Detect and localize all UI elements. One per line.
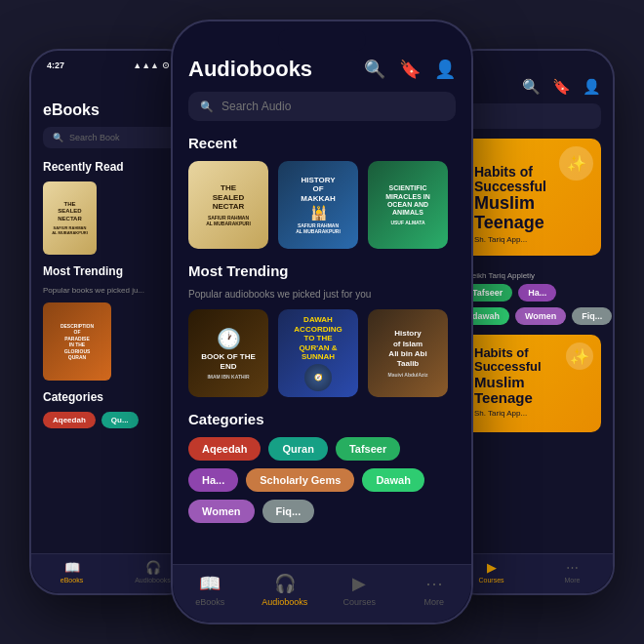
- right-star-icon: ✨: [559, 146, 593, 181]
- cat-btn-quran[interactable]: Quran: [268, 437, 327, 461]
- right-search-bar[interactable]: [463, 103, 601, 129]
- left-sealed-title: THESEALEDNECTAR: [58, 201, 82, 222]
- left-cat-quran[interactable]: Qu...: [101, 412, 139, 428]
- center-sealed-nectar[interactable]: THESEALEDNECTAR SAFIUR RAHMANAL MUBARAKP…: [188, 161, 268, 249]
- center-ali-bin-book[interactable]: Historyof IslamAli bin AbiTaalib Mauivi …: [368, 309, 448, 397]
- right-nav-more[interactable]: ⋯ More: [532, 560, 613, 584]
- left-ebooks-icon: 📖: [64, 560, 80, 575]
- cat-btn-scholarly[interactable]: Scholarly Gems: [246, 468, 354, 492]
- right-featured-sub: Sh. Tariq App...: [474, 235, 589, 244]
- cat-btn-women[interactable]: Women: [188, 500, 255, 523]
- right-featured2-sub: Sh. Tariq App...: [474, 409, 589, 418]
- center-search-bar[interactable]: 🔍: [188, 92, 456, 121]
- left-app-title: eBooks: [31, 74, 193, 127]
- science-author: USUF ALMATA: [390, 220, 424, 225]
- dawah-title: DAWAHACCORDINGTO THEQUR'AN &SUNNAH: [294, 315, 342, 362]
- center-categories-label: Categories: [173, 411, 471, 437]
- center-nav-audiobooks[interactable]: 🎧 Audiobooks: [248, 573, 323, 607]
- center-bookmark-icon[interactable]: 🔖: [399, 59, 421, 80]
- right-courses-nav-label: Courses: [478, 577, 503, 584]
- left-recent-row: THESEALEDNECTAR SAFIUR RAHMANAL MUBARAKP…: [31, 181, 193, 264]
- left-recently-read-label: Recently Read: [31, 160, 193, 181]
- center-title: Audiobooks: [188, 57, 312, 82]
- center-audiobooks-nav-icon: 🎧: [274, 573, 296, 594]
- left-search-bar[interactable]: 🔍 Search Book: [43, 127, 181, 148]
- center-dawah-book[interactable]: DAWAHACCORDINGTO THEQUR'AN &SUNNAH 🧭: [278, 309, 358, 397]
- right-star2-icon: ✨: [566, 342, 593, 370]
- center-more-nav-icon: ⋯: [425, 573, 443, 594]
- center-courses-nav-icon: ▶: [352, 573, 366, 594]
- left-search-placeholder: Search Book: [69, 133, 120, 142]
- sealed-author: SAFIUR RAHMANAL MUBARAKPURI: [206, 215, 251, 226]
- signal-icon: ▲▲▲: [133, 60, 159, 70]
- left-screen: 4:27 ▲▲▲ ⊙ ▮ eBooks 🔍 Search Book Recent…: [31, 51, 193, 593]
- left-nav-ebooks[interactable]: 📖 eBooks: [31, 560, 112, 584]
- cat-btn-dawah[interactable]: Dawah: [362, 468, 423, 492]
- history-author: SAFIUR RAHMANAL MUBARAKPURI: [296, 222, 341, 234]
- center-history-makkah[interactable]: HISTORYOFMAKKAH 🕌 SAFIUR RAHMANAL MUBARA…: [278, 161, 358, 249]
- sealed-title: THESEALEDNECTAR: [213, 183, 245, 212]
- left-sealed-nectar-book[interactable]: THESEALEDNECTAR SAFIUR RAHMANAL MUBARAKP…: [43, 181, 97, 255]
- center-categories-grid: Aqeedah Quran Tafseer Ha... Scholarly Ge…: [173, 437, 471, 523]
- center-nav-courses[interactable]: ▶ Courses: [322, 573, 397, 607]
- left-most-trending-label: Most Trending: [31, 264, 193, 286]
- center-search-input[interactable]: [221, 100, 444, 113]
- center-screen: Audiobooks 🔍 🔖 👤 🔍 Recent THESEALEDNECTA…: [173, 21, 471, 623]
- right-search-icon[interactable]: 🔍: [522, 78, 541, 96]
- center-scientific-miracles[interactable]: SCIENTIFICMIRACLES INOCEAN ANDANIMALS US…: [368, 161, 448, 249]
- center-book-of-end[interactable]: 🕐 BOOK OF THE END IMAM IBN KATHIR: [188, 309, 268, 397]
- right-sheikh-label: Sheikh Tariq Appletiy: [451, 265, 613, 284]
- left-audiobooks-label: Audiobooks: [135, 577, 171, 584]
- center-bottom-nav: 📖 eBooks 🎧 Audiobooks ▶ Courses ⋯ More: [173, 564, 471, 623]
- center-nav-more[interactable]: ⋯ More: [397, 573, 472, 607]
- cat-btn-tafseer[interactable]: Tafseer: [336, 437, 400, 461]
- right-bookmark-icon[interactable]: 🔖: [552, 78, 571, 96]
- right-cat-ha[interactable]: Ha...: [518, 284, 556, 302]
- end-title: BOOK OF THE END: [194, 352, 262, 371]
- center-ebooks-nav-label: eBooks: [195, 597, 224, 607]
- left-categories: Aqeedah Qu...: [31, 412, 193, 428]
- right-cats-row2: dawah Women Fiq...: [463, 307, 601, 325]
- center-ebooks-nav-icon: 📖: [199, 573, 221, 594]
- left-paradise-book[interactable]: DESCRIPTIONOFPARADISEIN THEGLORIOUSQURAN: [43, 302, 111, 381]
- left-content: 4:27 ▲▲▲ ⊙ ▮ eBooks 🔍 Search Book Recent…: [31, 51, 193, 593]
- right-featured-book[interactable]: ✨ Habits of SuccessfulMuslimTeenage Sh. …: [463, 139, 601, 256]
- compass-icon: 🧭: [304, 364, 332, 391]
- center-content: Audiobooks 🔍 🔖 👤 🔍 Recent THESEALEDNECTA…: [173, 21, 471, 623]
- center-profile-icon[interactable]: 👤: [434, 59, 456, 80]
- left-bottom-nav: 📖 eBooks 🎧 Audiobooks: [31, 553, 193, 593]
- cat-btn-fiq[interactable]: Fiq...: [262, 500, 315, 523]
- mosque-icon: 🕌: [310, 205, 327, 221]
- center-audiobooks-nav-label: Audiobooks: [262, 597, 307, 607]
- right-top-icons: 🔍 🔖 👤: [451, 51, 613, 103]
- right-phone: 🔍 🔖 👤 ✨ Habits of SuccessfulMuslimTeenag…: [449, 49, 615, 595]
- cat-btn-aqeedah[interactable]: Aqeedah: [188, 437, 261, 461]
- cat-btn-ha[interactable]: Ha...: [188, 468, 238, 492]
- left-categories-label: Categories: [31, 381, 193, 412]
- center-recent-row: THESEALEDNECTAR SAFIUR RAHMANAL MUBARAKP…: [173, 161, 471, 262]
- center-trending-row: 🕐 BOOK OF THE END IMAM IBN KATHIR DAWAHA…: [173, 309, 471, 411]
- right-profile-icon[interactable]: 👤: [583, 78, 601, 96]
- center-nav-ebooks[interactable]: 📖 eBooks: [173, 573, 248, 607]
- left-paradise-title: DESCRIPTIONOFPARADISEIN THEGLORIOUSQURAN: [60, 323, 94, 361]
- left-status-bar: 4:27 ▲▲▲ ⊙ ▮: [31, 51, 193, 74]
- center-most-trending-label: Most Trending: [173, 262, 471, 289]
- right-screen: 🔍 🔖 👤 ✨ Habits of SuccessfulMuslimTeenag…: [451, 51, 613, 593]
- right-bottom-nav: ▶ Courses ⋯ More: [451, 553, 613, 593]
- center-courses-nav-label: Courses: [342, 597, 376, 607]
- center-search-icon[interactable]: 🔍: [364, 59, 385, 80]
- right-more-nav-label: More: [565, 577, 581, 584]
- ali-title: Historyof IslamAli bin AbiTaalib: [388, 329, 426, 370]
- center-notch: [278, 29, 366, 51]
- right-courses-nav-icon: ▶: [487, 560, 497, 575]
- left-search-icon: 🔍: [53, 133, 63, 142]
- left-cat-aqeedah[interactable]: Aqeedah: [43, 412, 96, 428]
- right-cat-fiq[interactable]: Fiq...: [572, 307, 612, 325]
- end-author: IMAM IBN KATHIR: [207, 374, 249, 380]
- right-cat-women[interactable]: Women: [515, 307, 566, 325]
- right-categories: Tafseer Ha... dawah Women Fiq...: [451, 284, 613, 325]
- ali-author: Mauivi AbdulAziz: [388, 372, 428, 378]
- center-header-icons: 🔍 🔖 👤: [364, 59, 456, 80]
- right-featured-book2[interactable]: ✨ Habits of SuccessfulMuslimTeenage Sh. …: [463, 335, 601, 432]
- science-title: SCIENTIFICMIRACLES INOCEAN ANDANIMALS: [385, 184, 430, 218]
